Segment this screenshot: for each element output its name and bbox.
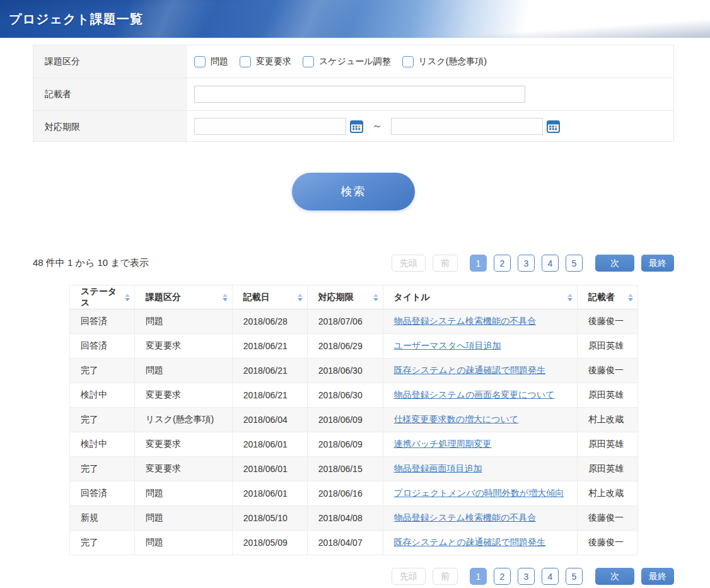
due-date-cell: 2018/06/09 [307, 408, 383, 432]
pager-first-button: 先頭 [392, 568, 426, 585]
due-date-from-calendar-button[interactable] [350, 120, 363, 133]
pager-page-4-button[interactable]: 4 [542, 255, 559, 272]
category-checkbox-item[interactable]: リスク(懸念事項) [402, 56, 487, 67]
due-date-cell: 2018/04/07 [307, 531, 383, 555]
due-date-cell: 2018/06/29 [307, 334, 383, 359]
pager-last-button[interactable]: 最終 [641, 568, 674, 585]
app-header: プロジェクト課題一覧 [0, 0, 710, 38]
status-cell: 完了 [70, 531, 135, 555]
author-cell: 後藤俊一 [578, 309, 638, 334]
table-row: 新規問題2018/05/102018/04/08物品登録システム検索機能の不具合… [70, 506, 638, 531]
pager-page-2-button[interactable]: 2 [494, 255, 511, 272]
form-row-due-date: 対応期限 ～ [33, 111, 673, 141]
status-cell: 検討中 [70, 432, 135, 457]
author-cell: 後藤俊一 [578, 531, 638, 555]
due-date-to-input[interactable] [391, 118, 543, 135]
pager-page-3-button[interactable]: 3 [518, 255, 535, 272]
category-cell: 変更要求 [134, 457, 232, 481]
pager-page-5-button[interactable]: 5 [566, 255, 583, 272]
due-date-to-calendar-button[interactable] [547, 120, 560, 133]
checkbox-icon[interactable] [194, 56, 206, 67]
status-cell: 完了 [70, 408, 135, 432]
pager-page-1-button[interactable]: 1 [470, 255, 487, 272]
column-header-title[interactable]: タイトル [383, 285, 577, 309]
issue-title-link[interactable]: 物品登録画面項目追加 [394, 463, 482, 473]
column-header-author[interactable]: 記載者 [578, 285, 638, 309]
created-date-cell: 2018/06/21 [232, 334, 307, 359]
issue-title-link[interactable]: 物品登録システムの画面名変更について [394, 389, 555, 400]
category-cell: 変更要求 [134, 334, 232, 359]
category-cell: 問題 [134, 531, 232, 555]
issue-title-link[interactable]: 既存システムとの疎通確認で問題発生 [394, 365, 545, 375]
category-cell: 問題 [134, 309, 232, 334]
issue-title-link[interactable]: 物品登録システム検索機能の不具合 [394, 316, 537, 326]
due-date-label: 対応期限 [33, 111, 187, 141]
sort-icon [125, 294, 130, 301]
title-cell: 物品登録システムの画面名変更について [383, 383, 577, 408]
pager-page-1-button[interactable]: 1 [470, 568, 487, 585]
pager-last-button[interactable]: 最終 [641, 255, 674, 272]
author-cell: 原田英雄 [578, 334, 638, 359]
category-checkbox-item[interactable]: 変更要求 [240, 56, 291, 67]
search-button[interactable]: 検索 [292, 173, 415, 210]
due-date-cell: 2018/04/08 [307, 506, 383, 531]
sort-icon [628, 294, 633, 301]
status-cell: 回答済 [70, 309, 135, 334]
checkbox-label: 変更要求 [256, 56, 291, 67]
status-cell: 回答済 [70, 334, 135, 359]
due-date-from-input[interactable] [194, 118, 346, 135]
author-input[interactable] [194, 86, 525, 103]
category-checkbox-item[interactable]: 問題 [194, 56, 228, 67]
issue-title-link[interactable]: 仕様変更要求数の増大について [394, 414, 519, 424]
category-cell: 問題 [134, 359, 232, 383]
issue-title-link[interactable]: 連携バッチ処理周期変更 [394, 439, 492, 449]
issue-title-link[interactable]: 物品登録システム検索機能の不具合 [394, 512, 537, 522]
created-date-cell: 2018/06/01 [232, 432, 307, 457]
pager-prev-button: 前 [433, 255, 458, 272]
pager-first-button: 先頭 [392, 255, 426, 272]
checkbox-icon[interactable] [402, 56, 414, 67]
pager-next-button[interactable]: 次 [595, 255, 634, 272]
category-checkbox-item[interactable]: スケジュール調整 [303, 56, 391, 67]
pager-page-5-button[interactable]: 5 [566, 568, 583, 585]
column-header-created-date[interactable]: 記載日 [232, 285, 307, 309]
column-header-label: タイトル [394, 292, 430, 302]
column-header-due-date[interactable]: 対応期限 [307, 285, 383, 309]
status-cell: 検討中 [70, 383, 135, 408]
table-row: 回答済問題2018/06/282018/07/06物品登録システム検索機能の不具… [70, 309, 638, 334]
calendar-icon [547, 120, 560, 133]
issue-title-link[interactable]: ユーザーマスタへ項目追加 [394, 340, 501, 350]
created-date-cell: 2018/06/21 [232, 383, 307, 408]
column-header-label: 記載者 [588, 292, 615, 302]
due-date-cell: 2018/07/06 [307, 309, 383, 334]
table-row: 完了リスク(懸念事項)2018/06/042018/06/09仕様変更要求数の増… [70, 408, 638, 432]
checkbox-icon[interactable] [303, 56, 314, 67]
table-row: 完了問題2018/05/092018/04/07既存システムとの疎通確認で問題発… [70, 531, 638, 555]
issues-table: ステータス 課題区分 記載日 対応期限 [69, 285, 638, 555]
pager-page-2-button[interactable]: 2 [494, 568, 511, 585]
sort-icon [567, 294, 573, 301]
checkbox-icon[interactable] [240, 56, 251, 67]
pager-page-3-button[interactable]: 3 [518, 568, 535, 585]
issue-title-link[interactable]: 既存システムとの疎通確認で問題発生 [394, 537, 545, 547]
status-cell: 新規 [70, 506, 135, 531]
author-cell: 原田英雄 [578, 457, 638, 481]
created-date-cell: 2018/06/28 [232, 309, 307, 334]
pager-next-button[interactable]: 次 [595, 568, 634, 585]
category-cell: 変更要求 [134, 383, 232, 408]
due-date-cell: 2018/06/15 [307, 457, 383, 481]
column-header-label: 対応期限 [318, 292, 354, 302]
pager-page-4-button[interactable]: 4 [542, 568, 559, 585]
checkbox-label: リスク(懸念事項) [419, 56, 487, 67]
column-header-status[interactable]: ステータス [70, 285, 135, 309]
due-date-cell: 2018/06/30 [307, 383, 383, 408]
column-header-category[interactable]: 課題区分 [134, 285, 232, 309]
form-row-category: 課題区分 問題変更要求スケジュール調整リスク(懸念事項) [33, 45, 673, 78]
due-date-cell: 2018/06/30 [307, 359, 383, 383]
title-cell: 物品登録システム検索機能の不具合 [383, 309, 577, 334]
issue-title-link[interactable]: プロジェクトメンバの時間外数が増大傾向 [394, 488, 564, 498]
created-date-cell: 2018/06/21 [232, 359, 307, 383]
page-title: プロジェクト課題一覧 [0, 11, 143, 28]
created-date-cell: 2018/06/01 [232, 457, 307, 481]
table-row: 完了変更要求2018/06/012018/06/15物品登録画面項目追加原田英雄 [70, 457, 638, 481]
